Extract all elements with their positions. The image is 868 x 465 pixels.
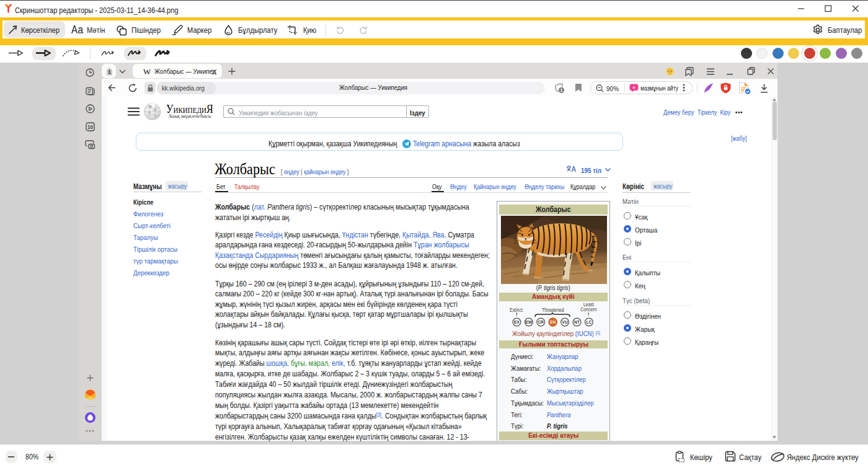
svg-text:CR: CR: [538, 319, 544, 324]
svg-text:«: «: [632, 84, 636, 90]
svg-text:EN: EN: [550, 319, 556, 324]
svg-text:EX: EX: [514, 319, 520, 324]
svg-text:LC: LC: [587, 319, 592, 324]
svg-text:W: W: [149, 105, 153, 108]
svg-text:1: 1: [107, 69, 110, 75]
svg-text:1: 1: [560, 87, 562, 93]
svg-text:D: D: [148, 111, 151, 114]
svg-text:И: И: [154, 108, 156, 112]
svg-text:NT: NT: [574, 319, 580, 324]
svg-text:EW: EW: [526, 319, 533, 324]
svg-text:10: 10: [87, 125, 94, 130]
svg-text:VU: VU: [562, 319, 568, 324]
